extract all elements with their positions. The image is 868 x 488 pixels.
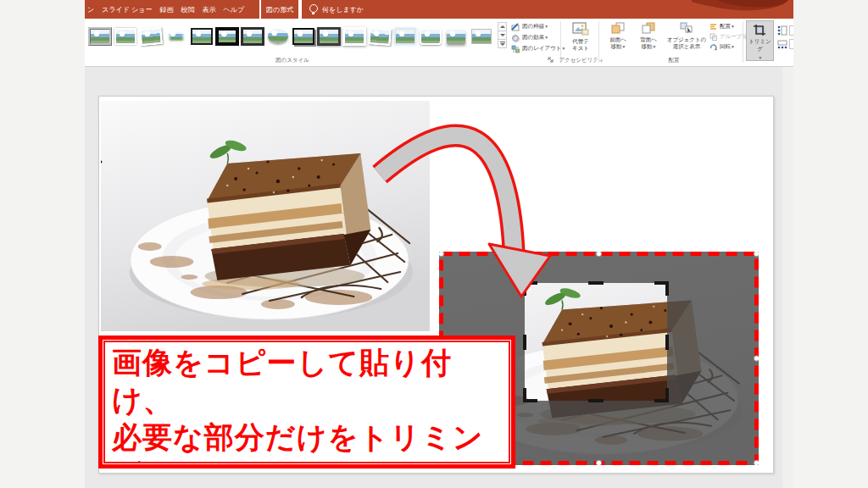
tab-label: 図の形式	[266, 5, 293, 14]
send-backward-button[interactable]: 背面へ 移動	[634, 22, 663, 50]
picture-layout-label: 図のレイアウト	[522, 45, 565, 53]
alt-text-button[interactable]: 代替テ キスト	[565, 22, 597, 52]
selection-pane-icon	[680, 22, 693, 34]
align-icon	[709, 23, 717, 30]
landscape-thumbnail-icon	[167, 30, 186, 43]
picture-style-metal-frame[interactable]	[87, 22, 112, 50]
align-label: 配置	[720, 23, 734, 30]
crop-handle-right[interactable]	[665, 335, 669, 350]
search-label: 何をしますか	[322, 5, 364, 14]
note-line-3: グしてください。	[112, 456, 504, 463]
send-backward-label2: 移動	[634, 43, 663, 50]
picture-style-plain-border[interactable]	[469, 22, 493, 50]
gallery-more-icon	[500, 42, 505, 46]
picture-layout-icon	[511, 45, 520, 53]
crop-icon	[753, 24, 767, 36]
shape-width-icon	[777, 39, 787, 49]
align-button[interactable]: 配置	[709, 21, 751, 31]
crop-dropdown-arrow	[747, 54, 773, 60]
cake-photo-image	[101, 101, 430, 331]
picture-effects-button[interactable]: 図の効果	[511, 32, 565, 43]
tab-1[interactable]: スライド ショー	[102, 5, 152, 14]
instruction-note-box: 画像をコピーして貼り付け、 必要な部分だけをトリミン グしてください。	[98, 336, 515, 469]
group-label-arrange: 配置	[627, 57, 721, 64]
picture-style-center-shadow[interactable]	[443, 22, 468, 50]
shape-height-field[interactable]	[777, 24, 793, 37]
picture-style-rounded-white-frame[interactable]	[418, 22, 442, 50]
crop-handle-bottom-left[interactable]	[523, 388, 537, 402]
crop-handle-top-left[interactable]	[523, 281, 537, 296]
triangle-down-icon	[500, 34, 505, 36]
shape-height-icon	[777, 25, 787, 36]
note-line-1: 画像をコピーして貼り付け、	[112, 344, 504, 419]
picture-style-white-large-frame[interactable]	[342, 22, 366, 50]
group-button[interactable]: グループ化	[709, 31, 751, 42]
tab-picture-format[interactable]: 図の形式	[261, 0, 298, 19]
crop-handle-top[interactable]	[588, 281, 604, 285]
bring-forward-icon	[611, 22, 625, 34]
landscape-thumbnail-icon	[88, 27, 112, 46]
crop-window[interactable]	[525, 283, 667, 401]
crop-handle-bottom-right[interactable]	[654, 388, 669, 402]
tab-4[interactable]: 表示	[203, 5, 216, 14]
ribbon-tab-bar: ンスライド ショー録画校閲表示ヘルプ 図の形式 何をしますか	[85, 0, 793, 19]
tab-2[interactable]: 録画	[160, 5, 174, 14]
rotate-button[interactable]: 回転	[709, 42, 751, 52]
picture-layout-button[interactable]: 図のレイアウト	[511, 43, 565, 54]
picture-style-oval-shadow[interactable]	[265, 22, 290, 50]
bring-forward-label2: 移動	[604, 43, 632, 50]
group-divider	[598, 21, 599, 63]
crop-handle-bottom[interactable]	[588, 399, 604, 402]
triangle-up-icon	[500, 25, 505, 28]
landscape-thumbnail-icon	[447, 30, 465, 43]
picture-style-soft-glow[interactable]	[392, 22, 417, 50]
picture-style-soft-edge[interactable]	[164, 22, 188, 50]
bring-forward-label1: 前面へ	[604, 36, 632, 43]
picture-style-dark-wide-frame[interactable]	[316, 22, 341, 50]
bring-forward-button[interactable]: 前面へ 移動	[604, 22, 632, 50]
crop-button[interactable]: トリミング	[746, 20, 774, 61]
tab-0[interactable]: ン	[87, 5, 94, 14]
group-divider	[743, 21, 743, 63]
landscape-thumbnail-icon	[342, 27, 366, 46]
arrange-small-column: 配置 グループ化 回転	[709, 21, 751, 52]
landscape-thumbnail-icon	[292, 28, 314, 45]
gallery-scrollbar	[498, 22, 507, 47]
picture-style-black-thin-frame[interactable]	[189, 22, 214, 50]
shape-width-field[interactable]	[777, 37, 793, 51]
crop-handle-top-right[interactable]	[654, 281, 669, 296]
original-cake-photo[interactable]	[101, 101, 430, 331]
picture-style-dark-frame[interactable]	[240, 22, 264, 50]
rotate-label: 回転	[720, 43, 734, 51]
picture-border-button[interactable]: 図の枠線	[511, 21, 565, 32]
gallery-more-button[interactable]	[498, 39, 507, 48]
picture-style-tilted-white-frame[interactable]	[138, 22, 163, 50]
landscape-thumbnail-icon	[268, 29, 288, 43]
instruction-note-text: 画像をコピーして貼り付け、 必要な部分だけをトリミン グしてください。	[103, 341, 510, 463]
picture-style-black-thick-frame[interactable]	[214, 22, 239, 50]
lightbulb-icon	[309, 4, 318, 13]
alt-text-label-line2: キスト	[565, 45, 597, 52]
landscape-thumbnail-icon	[317, 27, 341, 46]
landscape-thumbnail-icon	[191, 28, 213, 45]
powerpoint-window: ンスライド ショー録画校閲表示ヘルプ 図の形式 何をしますか	[85, 0, 793, 488]
dialog-launcher-icon[interactable]	[548, 57, 554, 64]
tell-me-search[interactable]: 何をしますか	[302, 0, 793, 19]
landscape-thumbnail-icon	[471, 29, 492, 44]
selection-pane-button[interactable]: オブジェクトの 選択と表示	[665, 22, 709, 50]
selection-pane-label1: オブジェクトの	[665, 36, 709, 43]
slide-canvas[interactable]: 画像をコピーして貼り付け、 必要な部分だけをトリミン グしてください。	[98, 96, 774, 474]
landscape-thumbnail-icon	[396, 30, 415, 43]
picture-style-snapshot-frame[interactable]	[291, 22, 315, 50]
send-backward-label1: 背面へ	[634, 36, 663, 43]
vertical-scrollbar-track[interactable]	[782, 67, 793, 488]
picture-style-simple-white-frame[interactable]	[113, 22, 137, 50]
tab-5[interactable]: ヘルプ	[224, 5, 245, 14]
landscape-thumbnail-icon	[368, 27, 391, 46]
tab-strip: ンスライド ショー録画校閲表示ヘルプ	[85, 0, 259, 19]
crop-handle-left[interactable]	[523, 335, 526, 350]
tab-3[interactable]: 校閲	[181, 5, 195, 14]
height-input-edge	[789, 25, 793, 36]
picture-style-tilted-right-frame[interactable]	[367, 22, 392, 50]
landscape-thumbnail-icon	[215, 27, 239, 46]
